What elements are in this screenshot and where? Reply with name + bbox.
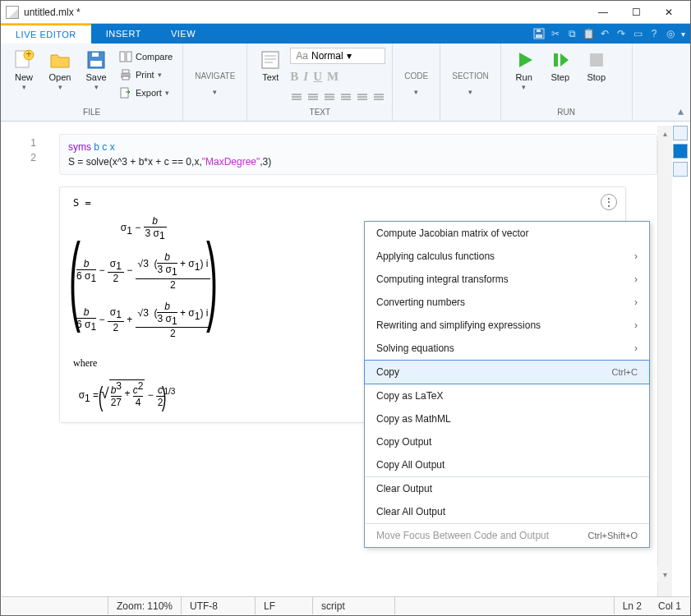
cut-icon[interactable]: ✂ [548, 26, 563, 41]
vertical-scrollbar[interactable] [657, 126, 672, 596]
quick-access: ✂ ⧉ 📋 ↶ ↷ ▭ ? ◎ ▾ [532, 26, 690, 41]
ctx-copy-all-output[interactable]: Copy All Output [365, 453, 649, 476]
save-icon[interactable] [532, 26, 546, 41]
output-lhs: S = [73, 197, 612, 209]
redo-icon[interactable]: ↷ [614, 26, 629, 41]
group-navigate: NAVIGATE ▾ [183, 44, 247, 121]
ctx-move-focus: Move Focus Between Code and OutputCtrl+S… [365, 524, 649, 547]
underline-button: U [313, 70, 322, 84]
context-menu: Compute Jacobian matrix of vector Applyi… [364, 221, 650, 548]
ctx-copy-output[interactable]: Copy Output [365, 430, 649, 453]
svg-rect-10 [127, 52, 131, 62]
scroll-down-icon[interactable]: ▾ [657, 567, 672, 582]
ctx-rewriting[interactable]: Rewriting and simplifying expressions [365, 314, 649, 337]
svg-rect-1 [536, 34, 542, 38]
line-gutter: 1 2 [2, 126, 44, 596]
svg-rect-15 [262, 52, 279, 68]
italic-button: I [303, 70, 308, 84]
run-button[interactable]: Run▾ [508, 45, 541, 91]
paste-icon[interactable]: 📋 [581, 26, 596, 41]
output-menu-icon[interactable]: ⋮ [601, 194, 617, 210]
ctx-calculus[interactable]: Applying calculus functions [365, 245, 649, 268]
svg-rect-2 [537, 30, 541, 32]
svg-rect-8 [92, 53, 99, 57]
close-button[interactable]: ✕ [652, 1, 685, 24]
stop-button[interactable]: Stop [580, 45, 613, 82]
output-right-button[interactable] [673, 126, 688, 140]
group-code: CODE▾ [393, 44, 440, 121]
tab-insert[interactable]: INSERT [91, 24, 156, 44]
open-button[interactable]: Open▾ [44, 45, 76, 91]
svg-rect-14 [121, 88, 128, 98]
list-align-buttons[interactable] [290, 89, 385, 105]
help-icon[interactable]: ? [647, 26, 661, 41]
output-layout-buttons [671, 126, 689, 177]
ctx-jacobian[interactable]: Compute Jacobian matrix of vector [365, 222, 649, 245]
ctx-copy-mathml[interactable]: Copy as MathML [365, 407, 649, 430]
status-encoding[interactable]: UTF-8 [182, 597, 256, 614]
svg-rect-12 [122, 70, 129, 73]
print-button[interactable]: Print▾ [116, 66, 176, 84]
group-section: SECTION▾ [440, 44, 500, 121]
ctx-converting-numbers[interactable]: Converting numbers [365, 291, 649, 314]
tab-live-editor[interactable]: LIVE EDITOR [1, 24, 91, 44]
copy-icon[interactable]: ⧉ [564, 26, 579, 41]
paragraph-style-dropdown[interactable]: AaNormal▾ [290, 48, 385, 64]
svg-rect-19 [590, 53, 603, 67]
ctx-clear-all-output[interactable]: Clear All Output [365, 500, 649, 523]
group-text: Text AaNormal▾ BIUM TEXT [247, 44, 393, 121]
toolstrip-tabs: LIVE EDITOR INSERT VIEW ✂ ⧉ 📋 ↶ ↷ ▭ ? ◎ … [1, 24, 690, 44]
quick-access-dropdown[interactable]: ▾ [681, 30, 685, 39]
status-eol[interactable]: LF [256, 597, 313, 614]
bold-button: B [290, 70, 298, 84]
section-button[interactable]: SECTION▾ [447, 57, 493, 96]
status-line[interactable]: Ln 2 [615, 597, 650, 614]
ctx-solving[interactable]: Solving equations [365, 337, 649, 360]
preferences-icon[interactable]: ◎ [663, 26, 678, 41]
status-bar: Zoom: 110% UTF-8 LF script Ln 2 Col 1 [2, 596, 689, 614]
undo-icon[interactable]: ↶ [597, 26, 612, 41]
status-col[interactable]: Col 1 [650, 597, 689, 614]
group-file: + New▾ Open▾ Save▾ Compare Print▾ Export… [1, 44, 183, 121]
group-run: Run▾ Step Stop RUN [501, 44, 633, 121]
monospace-button: M [327, 70, 339, 84]
save-button[interactable]: Save▾ [80, 45, 113, 91]
navigate-button[interactable]: NAVIGATE ▾ [190, 57, 240, 96]
code-cell[interactable]: syms b c x S = solve(x^3 + b*x + c == 0,… [59, 134, 657, 175]
minimize-button[interactable]: — [587, 1, 620, 24]
svg-text:+: + [25, 48, 31, 60]
scroll-up-icon[interactable]: ▴ [657, 126, 672, 140]
format-buttons[interactable]: BIUM [290, 67, 385, 85]
document-icon [6, 6, 19, 19]
tab-view[interactable]: VIEW [156, 24, 210, 44]
output-hide-button[interactable] [673, 162, 688, 177]
svg-rect-13 [122, 76, 129, 80]
new-button[interactable]: + New▾ [7, 45, 40, 91]
output-inline-button[interactable] [673, 144, 688, 159]
switch-windows-icon[interactable]: ▭ [630, 26, 645, 41]
title-bar: untitled.mlx * — ☐ ✕ [1, 1, 690, 24]
maximize-button[interactable]: ☐ [620, 1, 652, 24]
ribbon: + New▾ Open▾ Save▾ Compare Print▾ Export… [1, 44, 690, 122]
ctx-copy[interactable]: CopyCtrl+C [365, 361, 649, 384]
compare-button[interactable]: Compare [116, 48, 176, 66]
collapse-ribbon-icon[interactable]: ▴ [678, 104, 684, 117]
svg-rect-7 [90, 61, 102, 67]
ctx-integral-transforms[interactable]: Computing integral transforms [365, 268, 649, 291]
ctx-copy-latex[interactable]: Copy as LaTeX [365, 384, 649, 407]
ctx-clear-output[interactable]: Clear Output [365, 477, 649, 500]
status-zoom[interactable]: Zoom: 110% [108, 597, 182, 614]
step-button[interactable]: Step [544, 45, 577, 82]
code-button[interactable]: CODE▾ [399, 57, 433, 96]
text-button[interactable]: Text [254, 45, 287, 82]
export-button[interactable]: Export▾ [116, 84, 176, 102]
svg-rect-9 [120, 52, 125, 62]
window-title: untitled.mlx * [24, 7, 587, 18]
status-filetype[interactable]: script [313, 597, 395, 614]
